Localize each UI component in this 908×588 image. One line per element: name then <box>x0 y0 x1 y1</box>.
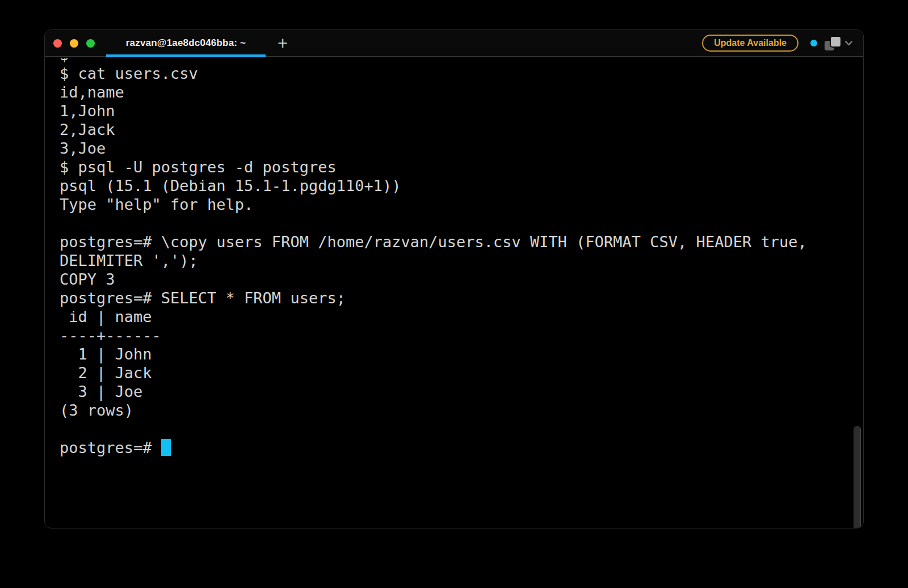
terminal-line: psql (15.1 (Debian 15.1-1.pgdg110+1)) <box>60 176 863 195</box>
terminal-line: Type "help" for help. <box>60 195 863 214</box>
terminal-cursor <box>161 439 171 456</box>
terminal-line: id | name <box>60 307 863 326</box>
close-button[interactable] <box>53 39 62 48</box>
terminal-line: 3 | Joe <box>60 382 863 401</box>
fullscreen-button[interactable] <box>86 39 95 48</box>
traffic-lights <box>45 39 95 48</box>
terminal-line <box>60 420 863 438</box>
terminal-line: $ cat users.csv <box>60 64 863 83</box>
tab-title: razvan@1ae8dc046bba: ~ <box>126 37 246 49</box>
status-dot-icon <box>810 40 817 46</box>
update-available-label: Update Available <box>714 38 787 48</box>
terminal-line: 3,Joe <box>60 139 863 158</box>
terminal-line: 2,Jack <box>60 120 863 139</box>
terminal-line: COPY 3 <box>60 270 863 289</box>
pane-front-shape <box>830 36 842 48</box>
terminal-line: 1,John <box>60 101 863 120</box>
titlebar: razvan@1ae8dc046bba: ~ + Update Availabl… <box>45 30 863 57</box>
split-panes-icon[interactable] <box>825 36 842 51</box>
terminal-prompt: postgres=# <box>60 439 161 456</box>
scrollbar-thumb[interactable] <box>854 426 861 528</box>
terminal-line: DELIMITER ','); <box>60 251 863 270</box>
update-available-button[interactable]: Update Available <box>702 35 798 52</box>
terminal-line: $ <box>60 58 863 64</box>
minimize-button[interactable] <box>70 39 78 48</box>
terminal-prompt-line: postgres=# <box>60 438 863 457</box>
terminal-line: id,name <box>60 83 863 101</box>
terminal-line: ----+------ <box>60 326 863 345</box>
new-tab-button[interactable]: + <box>272 33 293 53</box>
terminal-line: 2 | Jack <box>60 363 863 382</box>
terminal-line: postgres=# \copy users FROM /home/razvan… <box>60 232 863 251</box>
terminal-output: $$ cat users.csvid,name1,John2,Jack3,Joe… <box>45 58 863 457</box>
tab-active-indicator <box>106 54 266 57</box>
plus-icon: + <box>278 35 288 52</box>
terminal-line: postgres=# SELECT * FROM users; <box>60 289 863 307</box>
terminal-line <box>60 214 863 232</box>
terminal-line: $ psql -U postgres -d postgres <box>60 158 863 176</box>
tab-active[interactable]: razvan@1ae8dc046bba: ~ <box>106 30 266 56</box>
terminal-line: 1 | John <box>60 345 863 363</box>
chevron-down-icon[interactable] <box>844 39 854 47</box>
terminal-content-area[interactable]: $$ cat users.csvid,name1,John2,Jack3,Joe… <box>45 58 863 528</box>
terminal-window: razvan@1ae8dc046bba: ~ + Update Availabl… <box>44 29 864 528</box>
terminal-line: (3 rows) <box>60 401 863 420</box>
